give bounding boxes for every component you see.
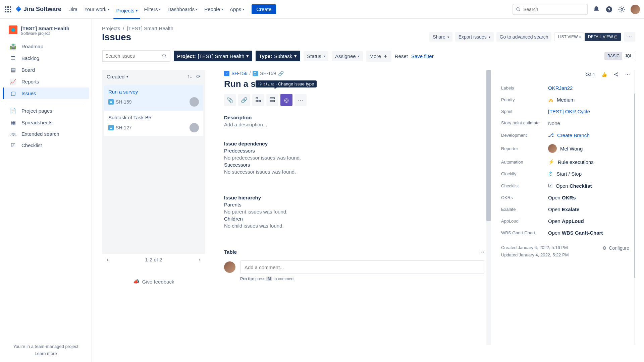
add-child-icon[interactable] (252, 94, 264, 106)
reporter-value[interactable]: Mel Wong (548, 144, 583, 153)
svg-line-10 (519, 10, 520, 11)
parent-issue-link[interactable]: SH-156 (231, 71, 247, 76)
search-issues[interactable] (102, 50, 170, 62)
sort-direction-icon[interactable]: ↑↓ (187, 73, 192, 80)
reset-filters[interactable]: Reset (395, 53, 408, 59)
share-icon[interactable] (613, 71, 619, 77)
type-filter-chip[interactable]: Type: Subtask ▾ (256, 51, 300, 61)
sidebar-item-project-pages[interactable]: 📄Project pages (3, 105, 89, 117)
configure-link[interactable]: ⚙Configure (602, 245, 629, 251)
export-button[interactable]: Export issues ▾ (455, 32, 494, 42)
refresh-icon[interactable]: ⟳ (196, 73, 201, 80)
basic-toggle[interactable]: BASIC (605, 52, 622, 60)
apploud-value[interactable]: Open AppLoud (548, 218, 584, 224)
reporter-avatar (548, 144, 557, 153)
advanced-search-button[interactable]: Go to advanced search (496, 32, 552, 42)
jql-toggle[interactable]: JQL (622, 52, 635, 60)
attach-icon[interactable]: 📎 (224, 94, 236, 106)
svg-rect-5 (10, 9, 11, 10)
svg-rect-4 (7, 9, 9, 10)
crumb-project[interactable]: [TEST] Smart Health (127, 25, 173, 31)
status-filter-chip[interactable]: Status ▾ (304, 51, 328, 61)
jira-software-logo[interactable]: Jira Software (15, 6, 61, 13)
copy-link-icon[interactable]: 🔗 (278, 71, 284, 76)
search-issues-input[interactable] (105, 53, 162, 59)
create-branch-link[interactable]: ⎇Create Branch (548, 132, 590, 138)
learn-more-link[interactable]: Learn more (6, 351, 86, 356)
help-icon[interactable]: ? (605, 5, 613, 13)
more-actions-button[interactable]: ⋯ (624, 32, 635, 42)
nav-filters[interactable]: Filters ▾ (142, 4, 164, 14)
issue-title[interactable]: Run a survey (224, 79, 484, 89)
project-filter-chip[interactable]: Project: [TEST] Smart Health ▾ (174, 51, 252, 61)
next-page-icon[interactable]: › (199, 257, 201, 262)
prev-page-icon[interactable]: ‹ (107, 257, 108, 262)
issues-icon: ▢ (9, 90, 17, 97)
more-filter-chip[interactable]: More ＋ (366, 51, 391, 62)
sort-dropdown[interactable]: Created ▾ (107, 74, 128, 79)
priority-value[interactable]: Medium (548, 97, 575, 103)
subtask-icon[interactable] (253, 71, 258, 76)
share-button[interactable]: Share ▾ (429, 32, 452, 42)
nav-people[interactable]: People ▾ (202, 4, 226, 14)
sidebar-item-board[interactable]: ▤Board (3, 64, 89, 76)
crumb-projects[interactable]: Projects (102, 25, 120, 31)
global-search[interactable] (513, 4, 588, 15)
wbs-value[interactable]: Open WBS Gantt-Chart (548, 230, 603, 236)
nav-jira[interactable]: Jira (67, 4, 80, 14)
sidebar-item-reports[interactable]: 📈Reports (3, 76, 89, 87)
svg-rect-23 (254, 72, 257, 75)
add-form-icon[interactable] (266, 94, 278, 106)
exalate-value[interactable]: Open Exalate (548, 206, 579, 212)
svg-rect-3 (5, 9, 6, 10)
user-avatar[interactable] (631, 5, 640, 14)
create-button[interactable]: Create (252, 4, 276, 14)
more-actions-icon[interactable]: ⋯ (294, 94, 307, 106)
like-icon[interactable]: 👍 (601, 72, 607, 77)
issue-card-title: Run a survey (108, 89, 199, 95)
list-view-toggle[interactable]: LIST VIEW ≡ (554, 33, 584, 41)
nav-your-work[interactable]: Your work ▾ (82, 4, 112, 14)
sprint-label: Sprint (501, 109, 548, 114)
parent-type-icon: ✓ (224, 71, 229, 76)
labels-value[interactable]: OKRJan22 (548, 85, 573, 91)
sidebar-item-extended-search[interactable]: JQLExtended search (3, 128, 89, 139)
actions-menu-icon[interactable]: ⋯ (625, 72, 630, 77)
svg-rect-17 (109, 100, 113, 104)
sidebar-item-issues[interactable]: ▢Issues (3, 87, 89, 99)
apps-icon[interactable] (4, 5, 12, 13)
search-input[interactable] (523, 7, 584, 12)
sprint-value[interactable]: [TEST] OKR Cycle (548, 109, 590, 114)
table-more-icon[interactable]: ⋯ (479, 249, 484, 255)
issue-key-link[interactable]: SH-159 (260, 71, 276, 76)
give-feedback[interactable]: 📣Give feedback (102, 279, 205, 285)
storypoint-value[interactable]: None (548, 120, 560, 126)
okrs-value[interactable]: Open OKRs (548, 195, 576, 200)
settings-icon[interactable] (618, 5, 626, 13)
comment-input[interactable] (240, 260, 484, 274)
svg-line-36 (615, 73, 618, 74)
save-filter[interactable]: Save filter (411, 53, 434, 59)
notifications-icon[interactable] (592, 5, 600, 13)
sidebar-item-backlog[interactable]: ☰Backlog (3, 52, 89, 64)
issue-card[interactable]: Run a survey SH-159 (104, 85, 203, 110)
nav-dashboards[interactable]: Dashboards ▾ (165, 4, 200, 14)
nav-projects[interactable]: Projects ▾ (113, 6, 140, 19)
detail-view-toggle[interactable]: DETAIL VIEW ⊟ (585, 33, 621, 41)
nav-apps[interactable]: Apps ▾ (227, 4, 247, 14)
sidebar-item-roadmap[interactable]: 🛣️Roadmap (3, 41, 89, 52)
svg-point-15 (163, 54, 166, 57)
pages-icon: 📄 (9, 108, 17, 114)
sidebar-item-spreadsheets[interactable]: ▦Spreadsheets (3, 117, 89, 128)
assignee-filter-chip[interactable]: Assignee ▾ (332, 51, 363, 61)
issue-card[interactable]: Subtask of Task B5 SH-127 (104, 111, 203, 136)
link-icon[interactable]: 🔗 (238, 94, 250, 106)
sidebar-item-checklist[interactable]: ☑Checklist (3, 139, 89, 151)
search-icon (162, 53, 167, 59)
app-action-icon[interactable]: ◎ (280, 94, 292, 106)
description-placeholder[interactable]: Add a description... (224, 122, 484, 127)
watch-button[interactable]: 1 (585, 71, 595, 77)
automation-value[interactable]: ⚡Rule executions (548, 159, 594, 165)
checklist-value[interactable]: ☑Open Checklist (548, 183, 592, 189)
clockify-value[interactable]: ⏱Start / Stop (548, 171, 582, 177)
